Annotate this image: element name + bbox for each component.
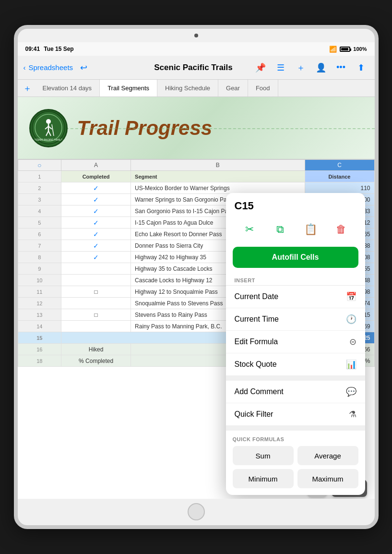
calendar-icon: 📅 [346, 291, 356, 302]
trash-icon: 🗑 [336, 223, 346, 236]
row-number: 14 [18, 321, 61, 332]
quick-formulas-section: QUICK FORMULAS Sum Average Minimum Maxim… [226, 431, 365, 495]
dashed-line [51, 128, 375, 129]
insert-section-label: INSERT [226, 275, 365, 285]
view-icon[interactable]: ☰ [273, 60, 288, 75]
copy-button[interactable]: ⧉ [270, 219, 291, 240]
current-date-row[interactable]: Current Date 📅 [226, 286, 365, 308]
header-distance: Distance [305, 171, 374, 182]
cell-a[interactable] [61, 275, 131, 286]
row-number: 7 [18, 240, 61, 252]
back-button[interactable]: ‹ [24, 63, 26, 72]
cell-a[interactable] [61, 298, 131, 309]
popup-gap-1 [226, 376, 365, 381]
add-comment-label: Add Comment [235, 387, 284, 396]
edit-formula-label: Edit Formula [235, 337, 278, 346]
col-header-a: A [61, 160, 131, 171]
autofill-button[interactable]: Autofill Cells [233, 247, 358, 268]
quick-filter-row[interactable]: Quick Filter ⚗ [226, 403, 365, 426]
row-number: 3 [18, 194, 61, 205]
copy-icon: ⧉ [276, 223, 284, 236]
row-header-1: 1 [18, 171, 61, 182]
battery-icon [340, 47, 350, 52]
popup-gap-2 [226, 426, 365, 431]
toolbar-left: ‹ Spreadsheets ↩ [24, 60, 134, 75]
row-number: 15 [18, 332, 61, 344]
paste-button[interactable]: 📋 [300, 219, 321, 240]
cell-a[interactable]: ✓ [61, 205, 131, 217]
tab-trail-segments[interactable]: Trail Segments [100, 80, 157, 96]
popup-action-icons: ✂ ⧉ 📋 🗑 [226, 215, 365, 247]
cell-c[interactable]: 110 [305, 182, 374, 194]
cell-a[interactable]: Hiked [61, 344, 131, 355]
row-number: 10 [18, 275, 61, 286]
cell-a[interactable]: ✓ [61, 217, 131, 229]
add-comment-row[interactable]: Add Comment 💬 [226, 381, 365, 403]
cell-a[interactable]: ✓ [61, 182, 131, 194]
quick-formulas-label: QUICK FORMULAS [233, 434, 358, 446]
scissors-icon: ✂ [245, 223, 254, 236]
ipad-camera [194, 34, 198, 37]
col-header-b: B [131, 160, 305, 171]
row-number: 18 [18, 355, 61, 367]
delete-button[interactable]: 🗑 [331, 219, 352, 240]
tab-food[interactable]: Food [248, 80, 278, 96]
corner-cell: ○ [18, 160, 61, 171]
row-number: 5 [18, 217, 61, 229]
quick-filter-label: Quick Filter [235, 410, 273, 419]
spreadsheets-link[interactable]: Spreadsheets [29, 63, 73, 72]
current-date-label: Current Date [235, 292, 279, 301]
formula-grid: Sum Average Minimum Maximum [233, 446, 358, 488]
more-icon[interactable]: ••• [333, 60, 349, 75]
cell-a[interactable]: ✓ [61, 229, 131, 240]
row-number: 2 [18, 182, 61, 194]
svg-point-2 [46, 119, 51, 124]
cut-button[interactable]: ✂ [239, 219, 260, 240]
tab-hiking-schedule[interactable]: Hiking Schedule [157, 80, 218, 96]
ipad-home-button[interactable] [188, 503, 205, 520]
tab-gear[interactable]: Gear [218, 80, 248, 96]
paste-icon: 📋 [304, 223, 317, 236]
maximum-button[interactable]: Maximum [297, 469, 358, 488]
cell-context-popup: C15 ✂ ⧉ 📋 🗑 Autofill Cells [226, 193, 365, 495]
row-number: 13 [18, 309, 61, 321]
current-time-row[interactable]: Current Time 🕐 [226, 308, 365, 331]
cell-a[interactable]: ✓ [61, 240, 131, 252]
svg-text:SCENIC PACIFIC TRAILS: SCENIC PACIFIC TRAILS [34, 138, 63, 141]
toolbar: ‹ Spreadsheets ↩ Scenic Pacific Trails 📌… [18, 56, 375, 80]
row-number: 12 [18, 298, 61, 309]
row-number: 4 [18, 205, 61, 217]
formula-icon: ⊝ [349, 337, 356, 347]
row-number: 6 [18, 229, 61, 240]
minimum-button[interactable]: Minimum [233, 469, 294, 488]
col-header-c: C [305, 160, 374, 171]
add-tab-button[interactable]: ＋ [20, 80, 35, 96]
header-completed: Completed [61, 171, 131, 182]
share-icon[interactable]: ⬆ [354, 60, 369, 75]
cell-b[interactable]: US-Mexico Border to Warner Springs [131, 182, 305, 194]
cell-a[interactable]: ✓ [61, 252, 131, 263]
filter-icon: ⚗ [349, 409, 356, 420]
status-bar: 09:41 Tue 15 Sep 📶 100% [18, 42, 375, 56]
tab-elevation[interactable]: Elevation 14 days [35, 80, 100, 96]
collab-icon[interactable]: 👤 [313, 60, 329, 75]
add-icon[interactable]: ＋ [293, 60, 309, 75]
cell-a[interactable] [61, 321, 131, 332]
cell-a[interactable]: % Completed [61, 355, 131, 367]
chart-icon: 📊 [346, 359, 356, 370]
history-icon[interactable]: ↩ [76, 60, 91, 75]
sum-button[interactable]: Sum [233, 446, 294, 465]
cell-a[interactable]: ✓ [61, 194, 131, 205]
edit-formula-row[interactable]: Edit Formula ⊝ [226, 331, 365, 353]
average-button[interactable]: Average [297, 446, 358, 465]
pin-icon[interactable]: 📌 [253, 60, 268, 75]
stock-quote-row[interactable]: Stock Quote 📊 [226, 353, 365, 376]
header-segment: Segment [131, 171, 305, 182]
battery-pct: 100% [353, 46, 367, 52]
cell-a[interactable]: □ [61, 286, 131, 298]
cell-reference: C15 [226, 193, 365, 215]
cell-a[interactable] [61, 263, 131, 275]
clock-icon: 🕐 [346, 314, 356, 325]
cell-a[interactable]: □ [61, 309, 131, 321]
screen: 09:41 Tue 15 Sep 📶 100% ‹ Spreadsheets ↩… [18, 42, 375, 499]
